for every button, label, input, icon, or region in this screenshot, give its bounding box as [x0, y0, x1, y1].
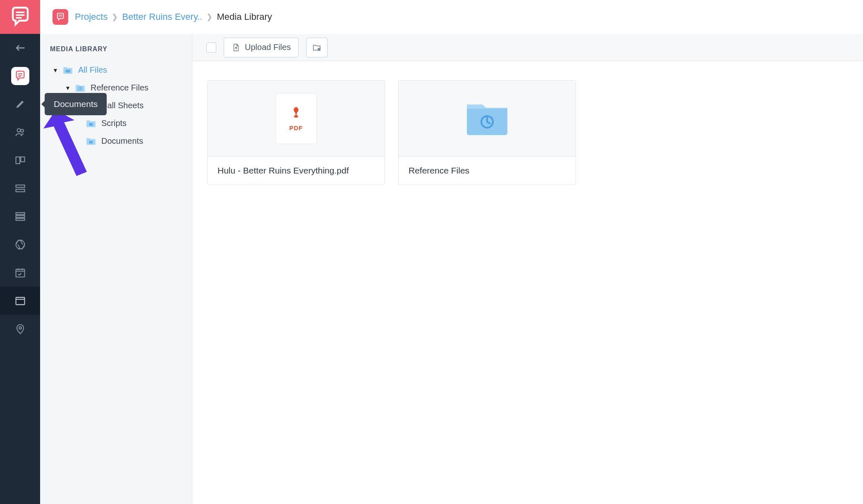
- svg-rect-17: [16, 297, 24, 305]
- nav-tooltip: Documents: [45, 93, 107, 115]
- upload-button-label: Upload Files: [245, 43, 291, 52]
- svg-rect-11: [16, 189, 24, 192]
- breadcrumb-projects[interactable]: Projects: [75, 12, 108, 22]
- folder-icon: [86, 119, 96, 128]
- tree-documents[interactable]: Documents: [50, 132, 184, 150]
- file-card-folder[interactable]: Reference Files: [398, 80, 576, 185]
- svg-point-6: [17, 128, 20, 132]
- nav-documents[interactable]: [0, 287, 40, 315]
- folder-thumbnail: [399, 81, 576, 157]
- breadcrumb: Projects ❯ Better Ruins Every.. ❯ Media …: [40, 0, 863, 34]
- tree-label: Reference Files: [91, 83, 148, 93]
- nav-calendar[interactable]: [0, 259, 40, 287]
- breadcrumb-project-name[interactable]: Better Ruins Every..: [122, 12, 202, 22]
- caret-down-icon: ▼: [65, 85, 72, 91]
- svg-point-7: [21, 129, 24, 132]
- folder-icon: [62, 66, 73, 75]
- new-folder-button[interactable]: [306, 38, 328, 57]
- nav-rows[interactable]: [0, 202, 40, 231]
- svg-rect-24: [89, 123, 93, 126]
- tree-label: All Files: [78, 65, 107, 75]
- svg-rect-21: [66, 69, 70, 72]
- tree-label: Call Sheets: [101, 101, 143, 110]
- folder-name: Reference Files: [399, 157, 576, 185]
- select-all-checkbox[interactable]: [206, 43, 216, 52]
- upload-files-button[interactable]: Upload Files: [224, 38, 299, 57]
- files-area: Upload Files PDF Hulu - Better Ruins Eve…: [192, 34, 863, 504]
- breadcrumb-icon[interactable]: [53, 9, 68, 25]
- file-name: Hulu - Better Ruins Everything.pdf: [208, 157, 385, 185]
- nav-breakdown[interactable]: [0, 174, 40, 202]
- nav-edit[interactable]: [0, 90, 40, 118]
- app-logo[interactable]: [0, 0, 40, 34]
- tree-title: MEDIA LIBRARY: [50, 45, 184, 53]
- svg-rect-9: [21, 157, 24, 162]
- tooltip-label: Documents: [54, 99, 98, 109]
- nav-people[interactable]: [0, 118, 40, 146]
- nav-location[interactable]: [0, 315, 40, 343]
- breadcrumb-current: Media Library: [217, 12, 272, 22]
- folder-sync-icon: [75, 83, 86, 93]
- tree-label: Scripts: [101, 119, 127, 128]
- svg-rect-12: [16, 213, 24, 215]
- pdf-label: PDF: [289, 124, 303, 131]
- nav-aperture[interactable]: [0, 231, 40, 259]
- svg-rect-10: [16, 185, 24, 188]
- nav-project[interactable]: [0, 62, 40, 90]
- svg-rect-8: [16, 157, 19, 164]
- chevron-right-icon: ❯: [112, 12, 118, 21]
- folder-icon: [86, 137, 96, 146]
- left-nav: [0, 0, 40, 504]
- svg-rect-13: [16, 216, 24, 218]
- folder-sync-icon: [464, 100, 510, 138]
- nav-boards[interactable]: [0, 146, 40, 174]
- main-area: Projects ❯ Better Ruins Every.. ❯ Media …: [40, 0, 863, 504]
- file-card-pdf[interactable]: PDF Hulu - Better Ruins Everything.pdf: [207, 80, 385, 185]
- tree-scripts[interactable]: Scripts: [50, 114, 184, 132]
- caret-down-icon: ▼: [53, 67, 60, 74]
- tree-label: Documents: [101, 136, 143, 146]
- svg-rect-16: [16, 269, 24, 277]
- svg-rect-25: [89, 140, 93, 143]
- tree-all-files[interactable]: ▼ All Files: [50, 61, 184, 79]
- chevron-right-icon: ❯: [206, 12, 213, 21]
- pdf-icon: PDF: [275, 93, 317, 144]
- svg-point-18: [19, 327, 22, 329]
- file-thumbnail: PDF: [208, 81, 385, 157]
- new-folder-icon: [312, 43, 321, 52]
- files-grid: PDF Hulu - Better Ruins Everything.pdf: [192, 61, 863, 204]
- svg-rect-14: [16, 219, 24, 221]
- upload-icon: [232, 43, 241, 52]
- files-toolbar: Upload Files: [192, 34, 863, 61]
- nav-back[interactable]: [0, 34, 40, 62]
